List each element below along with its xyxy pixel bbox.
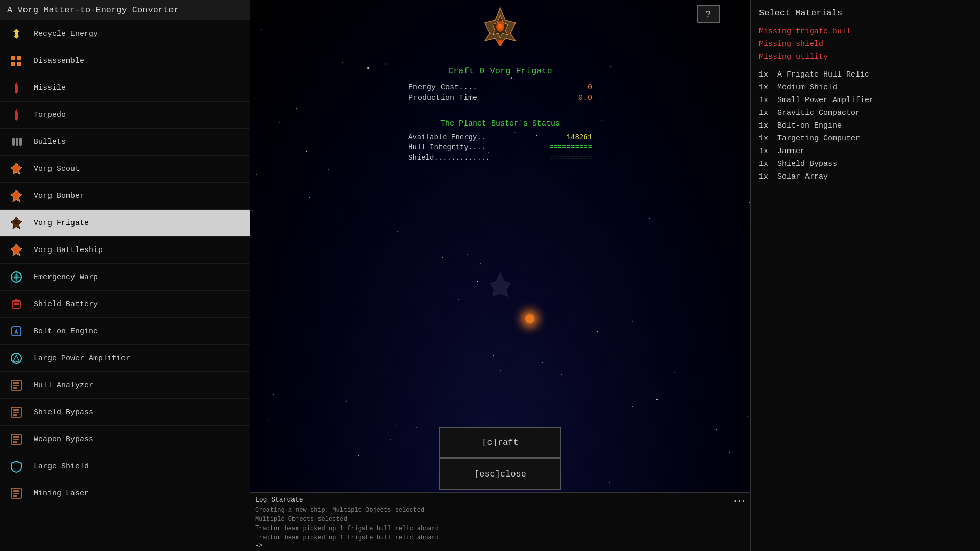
divider — [413, 114, 587, 114]
material-name: Bolt-on Engine — [777, 121, 842, 130]
material-name: Shield Bypass — [777, 160, 837, 168]
list-item-bullets[interactable]: Bullets — [0, 129, 250, 156]
list-item-emergency-warp[interactable]: Emergency Warp — [0, 264, 250, 291]
svg-marker-9 — [15, 119, 18, 121]
energy-cost-row: Energy Cost.... 0 — [408, 83, 592, 92]
missing-item: Missing utility — [759, 53, 972, 61]
svg-rect-43 — [13, 441, 17, 443]
close-button[interactable]: [esc]close — [439, 458, 561, 490]
svg-rect-42 — [13, 439, 19, 440]
mining-laser-icon — [7, 484, 26, 503]
bullets-label: Bullets — [34, 138, 66, 146]
craft-info: Craft 0 Vorg Frigate Energy Cost.... 0 P… — [250, 66, 750, 164]
material-row: 1xSolar Array — [759, 172, 972, 181]
list-item-large-power-amplifier[interactable]: Large Power Amplifier — [0, 345, 250, 372]
material-row: 1xMedium Shield — [759, 83, 972, 92]
question-button[interactable]: ? — [697, 5, 720, 23]
bolt-on-engine-label: Bolt-on Engine — [34, 327, 98, 336]
list-item-vorg-battleship[interactable]: Vorg Battleship — [0, 237, 250, 264]
right-panel-title: Select Materials — [759, 8, 972, 18]
hull-integrity-row: Hull Integrity.... ========== — [408, 143, 592, 152]
list-item-weapon-bypass[interactable]: Weapon Bypass — [0, 426, 250, 453]
material-qty: 1x — [759, 83, 773, 92]
vorg-bomber-label: Vorg Bomber — [34, 192, 84, 201]
ship-icon — [475, 5, 526, 61]
svg-rect-41 — [13, 436, 19, 438]
mini-ship-display — [485, 270, 516, 303]
svg-point-16 — [14, 193, 18, 197]
svg-marker-6 — [15, 82, 18, 92]
energy-cost-label: Energy Cost.... — [408, 83, 587, 92]
list-item-vorg-scout[interactable]: Vorg Scout — [0, 156, 250, 183]
shield-label: Shield............. — [408, 154, 549, 162]
vorg-scout-label: Vorg Scout — [34, 165, 80, 173]
svg-point-18 — [14, 220, 18, 224]
vorg-frigate-icon — [7, 214, 26, 232]
missing-item: Missing frigate hull — [759, 27, 972, 36]
material-name: Gravitic Compactor — [777, 109, 860, 117]
vorg-battleship-label: Vorg Battleship — [34, 246, 103, 255]
disassemble-label: Disassemble — [34, 57, 84, 65]
log-title: Log Stardate — [255, 496, 303, 504]
large-power-amplifier-icon — [7, 349, 26, 367]
center-panel: ? Craft 0 Vorg Frigate Energy Cost.... 0… — [250, 0, 750, 551]
shield-row: Shield............. ========== — [408, 154, 592, 162]
list-item-mining-laser[interactable]: Mining Laser — [0, 480, 250, 507]
material-row: 1xA Frigate Hull Relic — [759, 70, 972, 79]
list-item-hull-analyzer[interactable]: Hull Analyzer — [0, 372, 250, 399]
available-energy-label: Available Energy.. — [408, 133, 567, 141]
svg-marker-7 — [15, 92, 18, 94]
material-name: Targeting Computer — [777, 134, 860, 143]
svg-rect-12 — [19, 138, 22, 146]
production-time-row: Production Time 0.0 — [408, 94, 592, 103]
list-item-shield-bypass[interactable]: Shield Bypass — [0, 399, 250, 426]
svg-marker-1 — [13, 33, 19, 39]
missing-item: Missing shield — [759, 40, 972, 48]
material-qty: 1x — [759, 147, 773, 156]
available-energy-value: 148261 — [567, 133, 592, 141]
material-name: Solar Array — [777, 172, 828, 181]
material-qty: 1x — [759, 70, 773, 79]
disassemble-icon — [7, 52, 26, 70]
log-line: Tractor beam picked up 1 frigate hull re… — [255, 524, 745, 533]
missile-label: Missile — [34, 84, 66, 92]
list-item-vorg-frigate[interactable]: Vorg Frigate — [0, 210, 250, 237]
svg-rect-27 — [14, 303, 19, 305]
svg-rect-47 — [13, 495, 17, 497]
vorg-frigate-label: Vorg Frigate — [34, 219, 89, 228]
log-prompt: -> — [255, 542, 745, 549]
list-item-vorg-bomber[interactable]: Vorg Bomber — [0, 183, 250, 210]
available-energy-row: Available Energy.. 148261 — [408, 133, 592, 141]
material-name: Medium Shield — [777, 83, 837, 92]
list-item-bolt-on-engine[interactable]: Bolt-on Engine — [0, 318, 250, 345]
vorg-scout-icon — [7, 160, 26, 178]
svg-rect-11 — [16, 138, 18, 146]
list-item-large-shield[interactable]: Large Shield — [0, 453, 250, 480]
list-item-missile[interactable]: Missile — [0, 74, 250, 102]
svg-point-14 — [14, 166, 18, 170]
bolt-on-engine-icon — [7, 322, 26, 340]
large-shield-icon — [7, 457, 26, 475]
material-qty: 1x — [759, 121, 773, 130]
weapon-bypass-icon — [7, 430, 26, 448]
emergency-warp-label: Emergency Warp — [34, 273, 98, 282]
large-shield-label: Large Shield — [34, 462, 89, 471]
list-item-disassemble[interactable]: Disassemble — [0, 47, 250, 74]
item-list: Recycle EnergyDisassembleMissileTorpedoB… — [0, 20, 250, 551]
craft-button[interactable]: [c]raft — [439, 427, 561, 458]
shield-bypass-label: Shield Bypass — [34, 408, 93, 417]
large-power-amplifier-label: Large Power Amplifier — [34, 354, 130, 363]
list-item-torpedo[interactable]: Torpedo — [0, 102, 250, 129]
left-panel: A Vorg Matter-to-Energy Converter Recycl… — [0, 0, 250, 551]
svg-rect-46 — [13, 493, 19, 494]
svg-point-20 — [14, 247, 18, 252]
shield-battery-icon — [7, 295, 26, 313]
mining-laser-label: Mining Laser — [34, 489, 89, 498]
svg-marker-31 — [13, 355, 19, 361]
list-item-shield-battery[interactable]: Shield Battery — [0, 291, 250, 318]
shield-battery-label: Shield Battery — [34, 300, 98, 309]
hull-integrity-bar: ========== — [549, 143, 592, 152]
hull-analyzer-label: Hull Analyzer — [34, 381, 93, 390]
list-item-recycle-energy[interactable]: Recycle Energy — [0, 20, 250, 47]
svg-rect-3 — [17, 56, 21, 60]
